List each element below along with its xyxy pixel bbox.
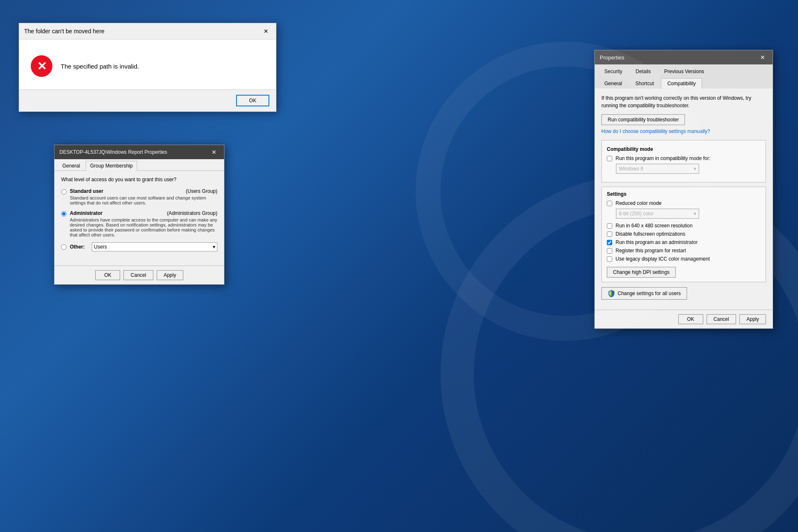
compat-mode-checkbox-label[interactable]: Run this program in compatibility mode f… — [616, 155, 710, 161]
radio-standard-user[interactable] — [61, 189, 66, 195]
radio-option-administrator: Administrator (Administrators Group) Adm… — [61, 210, 217, 237]
run-admin-checkbox[interactable] — [607, 240, 612, 245]
shield-icon — [608, 290, 615, 297]
administrator-header: Administrator (Administrators Group) — [70, 210, 217, 216]
props-intro-text: If this program isn't working correctly … — [601, 94, 766, 109]
error-dialog-content: ✕ The specified path is invalid. — [19, 39, 276, 81]
color-dropdown-value: 8-bit (256) color — [619, 211, 654, 217]
administrator-label[interactable]: Administrator — [70, 210, 103, 216]
compat-dropdown-row: Windows 8 ▾ — [616, 164, 761, 174]
administrator-group: (Administrators Group) — [167, 210, 217, 216]
tab-previous-versions[interactable]: Previous Versions — [658, 66, 710, 76]
settings-title: Settings — [607, 191, 761, 197]
props-dialog: Properties ✕ Security Details Previous V… — [594, 50, 773, 329]
standard-user-description: Standard account users can use most soft… — [70, 195, 217, 205]
tab-group-membership[interactable]: Group Membership — [86, 161, 138, 171]
standard-user-group: (Users Group) — [186, 188, 217, 194]
props-body: If this program isn't working correctly … — [595, 89, 773, 310]
run-admin-label[interactable]: Run this program as an administrator — [616, 239, 697, 245]
legacy-icc-row: Use legacy display ICC color management — [607, 256, 761, 262]
tab-compatibility[interactable]: Compatibility — [661, 78, 702, 89]
tab-security[interactable]: Security — [598, 66, 628, 76]
resolution-checkbox[interactable] — [607, 223, 612, 229]
error-dialog-close-button[interactable]: ✕ — [261, 27, 271, 35]
tab-shortcut[interactable]: Shortcut — [629, 78, 660, 89]
user-dialog-close-button[interactable]: ✕ — [209, 148, 219, 156]
user-dialog-tabs: General Group Membership — [54, 159, 224, 171]
resolution-label[interactable]: Run in 640 x 480 screen resolution — [616, 223, 692, 229]
error-message: The specified path is invalid. — [61, 63, 139, 70]
other-dropdown[interactable]: Users ▾ — [92, 242, 217, 251]
compat-mode-checkbox[interactable] — [607, 156, 612, 161]
reduced-color-checkbox[interactable] — [607, 201, 612, 206]
standard-user-label[interactable]: Standard user — [70, 188, 103, 194]
error-dialog-title: The folder can't be moved here — [24, 28, 104, 34]
props-tabs-row2: General Shortcut Compatibility — [595, 76, 773, 89]
tab-general[interactable]: General — [58, 161, 85, 170]
error-dialog: The folder can't be moved here ✕ ✕ The s… — [19, 23, 276, 112]
resolution-row: Run in 640 x 480 screen resolution — [607, 223, 761, 229]
change-all-users-button[interactable]: Change settings for all users — [601, 287, 687, 300]
user-dialog-body: What level of access do you want to gran… — [54, 171, 224, 257]
register-restart-checkbox[interactable] — [607, 248, 612, 254]
props-tabs-row1: Security Details Previous Versions — [595, 64, 773, 76]
change-all-users-label: Change settings for all users — [618, 291, 681, 296]
props-dialog-title: Properties — [600, 54, 624, 61]
props-apply-button[interactable]: Apply — [739, 314, 766, 324]
other-dropdown-chevron: ▾ — [213, 244, 215, 250]
compat-mode-label: Compatibility mode — [607, 146, 761, 152]
fullscreen-row: Disable fullscreen optimizations — [607, 231, 761, 237]
fullscreen-checkbox[interactable] — [607, 232, 612, 237]
other-row: Other: Users ▾ — [61, 242, 217, 251]
user-dialog-titlebar: DESKTOP-4L537JQ\Windows Report Propertie… — [54, 145, 224, 159]
run-troubleshooter-button[interactable]: Run compatibility troubleshooter — [601, 114, 685, 125]
props-dialog-close-button[interactable]: ✕ — [758, 54, 768, 61]
error-dialog-titlebar: The folder can't be moved here ✕ — [19, 23, 276, 39]
color-dropdown[interactable]: 8-bit (256) color ▾ — [616, 209, 699, 219]
error-ok-button[interactable]: OK — [236, 95, 269, 106]
compat-mode-checkbox-row: Run this program in compatibility mode f… — [607, 155, 761, 161]
props-ok-button[interactable]: OK — [678, 314, 703, 324]
props-footer: OK Cancel Apply — [595, 310, 773, 328]
register-restart-row: Register this program for restart — [607, 248, 761, 254]
color-dropdown-chevron: ▾ — [694, 211, 696, 217]
compat-dropdown-value: Windows 8 — [619, 166, 643, 172]
tab-general-props[interactable]: General — [598, 78, 628, 89]
user-dialog-title: DESKTOP-4L537JQ\Windows Report Propertie… — [59, 149, 167, 155]
standard-user-header: Standard user (Users Group) — [70, 188, 217, 194]
compat-dropdown[interactable]: Windows 8 ▾ — [616, 164, 699, 174]
props-dialog-titlebar: Properties ✕ — [595, 50, 773, 64]
administrator-description: Administrators have complete access to t… — [70, 217, 217, 237]
settings-group: Settings Reduced color mode 8-bit (256) … — [601, 187, 766, 282]
register-restart-label[interactable]: Register this program for restart — [616, 248, 686, 254]
legacy-icc-checkbox[interactable] — [607, 256, 612, 262]
change-dpi-button[interactable]: Change high DPI settings — [607, 267, 676, 278]
compat-mode-group: Compatibility mode Run this program in c… — [601, 140, 766, 182]
error-dialog-footer: OK — [19, 89, 276, 111]
user-cancel-button[interactable]: Cancel — [123, 270, 153, 280]
user-dialog-question: What level of access do you want to gran… — [61, 177, 217, 182]
fullscreen-label[interactable]: Disable fullscreen optimizations — [616, 231, 685, 237]
legacy-icc-label[interactable]: Use legacy display ICC color management — [616, 256, 710, 262]
radio-administrator[interactable] — [61, 211, 66, 217]
tab-details[interactable]: Details — [629, 66, 657, 76]
reduced-color-row: Reduced color mode — [607, 200, 761, 206]
user-dialog: DESKTOP-4L537JQ\Windows Report Propertie… — [54, 145, 224, 285]
radio-other[interactable] — [61, 244, 66, 250]
other-label[interactable]: Other: — [70, 244, 89, 250]
user-ok-button[interactable]: OK — [95, 270, 120, 280]
administrator-body: Administrator (Administrators Group) Adm… — [70, 210, 217, 237]
manual-settings-link[interactable]: How do I choose compatibility settings m… — [601, 128, 766, 134]
standard-user-body: Standard user (Users Group) Standard acc… — [70, 188, 217, 205]
user-apply-button[interactable]: Apply — [157, 270, 183, 280]
radio-option-standard: Standard user (Users Group) Standard acc… — [61, 188, 217, 205]
error-icon: ✕ — [31, 55, 52, 77]
compat-dropdown-chevron: ▾ — [694, 166, 696, 172]
color-dropdown-row: 8-bit (256) color ▾ — [616, 209, 761, 219]
other-dropdown-value: Users — [94, 244, 107, 250]
reduced-color-label[interactable]: Reduced color mode — [616, 200, 662, 206]
props-cancel-button[interactable]: Cancel — [707, 314, 736, 324]
user-dialog-footer: OK Cancel Apply — [54, 266, 224, 284]
run-admin-row: Run this program as an administrator — [607, 239, 761, 245]
